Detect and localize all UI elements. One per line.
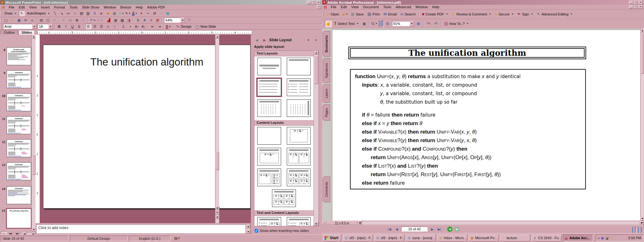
- toolbar-grip[interactable]: [1, 24, 2, 29]
- last-page-button[interactable]: ▶|: [436, 226, 442, 232]
- menu-tools[interactable]: Tools: [67, 5, 80, 9]
- thumbnail-scrollbar[interactable]: ▲ ▼: [31, 35, 36, 232]
- slide-thumbnail[interactable]: Unification: [7, 93, 31, 111]
- print-preview-button[interactable]: ◫: [45, 17, 51, 23]
- menu-format[interactable]: Format: [52, 5, 67, 9]
- toolbar-grip[interactable]: [1, 18, 2, 23]
- draw-menu-button[interactable]: Draw▼: [3, 10, 19, 16]
- menu-view[interactable]: View: [27, 5, 39, 9]
- print-button[interactable]: ▤: [38, 17, 44, 23]
- zoom-combo-input[interactable]: [392, 21, 410, 26]
- layout-title-two-content[interactable]: ▦ ☻ ▙ ↻▦ ☻ ▙ ↻: [287, 148, 311, 165]
- scroll-right-icon[interactable]: ▶: [640, 221, 644, 225]
- increase-font-button[interactable]: A↑: [134, 24, 140, 29]
- create-pdf-button[interactable]: ■Create PDF▼: [420, 10, 450, 18]
- layout-title-four-content[interactable]: ▦ ☻ ▙ ↻▦ ☻ ▙ ↻▦ ☻ ▙ ↻▦ ☻ ▙ ↻: [272, 189, 296, 207]
- minimize-document-button[interactable]: _: [629, 5, 633, 9]
- scroll-up-icon[interactable]: ▲: [246, 224, 250, 228]
- cut-button[interactable]: ✂: [61, 17, 67, 23]
- layout-title-content[interactable]: ▦ ☻ ▙ ↻: [257, 148, 281, 165]
- fit-width-button[interactable]: [382, 20, 384, 27]
- pdf-document-icon[interactable]: ▤: [322, 4, 328, 10]
- print-button[interactable]: ▤Print: [365, 10, 381, 18]
- bullets-button[interactable]: •: [127, 24, 133, 29]
- scroll-down-icon[interactable]: ▼: [641, 216, 644, 221]
- new-button[interactable]: ▢: [3, 17, 9, 23]
- layout-vertical-title-text[interactable]: [257, 99, 281, 117]
- zoom-combo-dropdown-icon[interactable]: ▼: [410, 21, 414, 26]
- slide-thumbnail[interactable]: The unification algorithm: [6, 208, 32, 229]
- design-button[interactable]: ✎Design: [174, 23, 193, 30]
- layout-title-2col-text[interactable]: [287, 78, 311, 96]
- copy-button[interactable]: ⊟: [67, 17, 73, 23]
- fill-color-button[interactable]: ◆▼: [118, 10, 124, 16]
- bold-button[interactable]: B: [56, 24, 62, 29]
- taskbar-suna[interactable]: ⊡suna - [suna] ...: [406, 234, 436, 241]
- menu-help[interactable]: Help: [133, 5, 145, 9]
- sort-button[interactable]: ⇅: [135, 17, 141, 23]
- menu-view[interactable]: View: [349, 5, 361, 9]
- document-vertical-scrollbar[interactable]: ▲ ▼: [640, 28, 644, 221]
- rotate-counterclockwise-button[interactable]: ↶: [433, 20, 440, 27]
- layout-title-content-text[interactable]: ▦ ☻ ▙ ↻: [287, 217, 311, 226]
- align-right-button[interactable]: ☰: [98, 24, 104, 29]
- nav-tab-bookmarks[interactable]: Bookmarks: [323, 31, 330, 57]
- text-box-tool[interactable]: ▤: [78, 10, 84, 16]
- size-combo-input[interactable]: [38, 24, 48, 29]
- scroll-down-icon[interactable]: ▼: [246, 230, 250, 234]
- menu-help[interactable]: Help: [430, 5, 441, 9]
- decrease-font-button[interactable]: A↓: [141, 24, 147, 29]
- taskbar-lecture[interactable]: ▱lecture: [500, 234, 530, 241]
- slide[interactable]: The unification algorithm: [43, 45, 251, 209]
- toolbar-grip[interactable]: [323, 21, 324, 26]
- scroll-down-icon[interactable]: ▼: [314, 222, 319, 226]
- select-text-tool[interactable]: TSelect Text▼: [332, 20, 361, 27]
- menu-edit[interactable]: Edit: [339, 5, 349, 9]
- restore-button[interactable]: □: [312, 1, 316, 4]
- layout-title-content-two-content[interactable]: ▦ ☻ ▙ ↻▦ ☻ ▙ ↻▦ ☻ ▙ ↻: [257, 169, 281, 186]
- oval-tool[interactable]: ○: [72, 10, 78, 16]
- line-style-button[interactable]: ≡: [138, 10, 144, 16]
- canvas-scrollbar[interactable]: ▲ ▼ ⇈ ⇊: [215, 35, 219, 223]
- close-button[interactable]: ×: [638, 1, 643, 4]
- slide-thumbnail[interactable]: Problems with propositionalization: [7, 47, 31, 65]
- back-icon[interactable]: ◀: [254, 37, 260, 43]
- mail-button[interactable]: ✉: [23, 17, 29, 23]
- line-tool[interactable]: ╲: [52, 10, 58, 16]
- continuous-facing-button[interactable]: [637, 227, 639, 233]
- rotate-clockwise-button[interactable]: ↷: [425, 20, 432, 27]
- splitter-handle-icon[interactable]: ↔: [322, 221, 326, 225]
- line-color-button[interactable]: ✎▼: [125, 10, 131, 16]
- nav-tab-layers[interactable]: Layers: [323, 84, 330, 103]
- menu-tools[interactable]: Tools: [381, 5, 394, 9]
- layout-vertical-text[interactable]: [287, 99, 311, 117]
- slide-thumbnail[interactable]: Unification: [7, 186, 31, 204]
- scroll-left-icon[interactable]: ◀: [358, 221, 362, 225]
- close-document-button[interactable]: ×: [638, 5, 643, 9]
- scroll-up-icon[interactable]: ▲: [314, 51, 319, 55]
- undo-button[interactable]: ↶▼: [90, 17, 96, 23]
- menu-insert[interactable]: Insert: [39, 5, 52, 9]
- menu-file[interactable]: File: [329, 5, 339, 9]
- size-combo-dropdown-icon[interactable]: ▼: [48, 24, 53, 29]
- underline-button[interactable]: U: [69, 24, 75, 29]
- start-button[interactable]: Start: [323, 234, 341, 241]
- horizontal-scrollbar[interactable]: [362, 221, 640, 225]
- close-presentation-button[interactable]: ×: [317, 5, 321, 9]
- restore-document-button[interactable]: □: [634, 5, 638, 9]
- diagram-tool[interactable]: ◈: [98, 10, 104, 16]
- layout-content[interactable]: ▦ ☻ ▙ ↻: [287, 127, 311, 145]
- status-language[interactable]: English (U.S.): [129, 236, 170, 241]
- chevron-down-icon[interactable]: ▼: [305, 37, 311, 43]
- save-button[interactable]: ▣Save: [349, 10, 365, 18]
- snapshot-tool[interactable]: ◙: [361, 20, 368, 27]
- nav-tab-pages[interactable]: Pages: [323, 104, 330, 121]
- spellcheck-icon[interactable]: ▤✗: [172, 236, 180, 241]
- autoshapes-menu-button[interactable]: AutoShapes▼: [25, 10, 52, 16]
- font-color-button[interactable]: A▼: [165, 24, 171, 29]
- distribute-button[interactable]: ≣: [105, 24, 111, 29]
- help-button[interactable]: ?: [186, 17, 192, 23]
- layout-title-text-content[interactable]: ▦ ☻ ▙ ↻: [257, 217, 281, 226]
- layout-title-text[interactable]: [257, 78, 281, 96]
- italic-button[interactable]: I: [63, 24, 69, 29]
